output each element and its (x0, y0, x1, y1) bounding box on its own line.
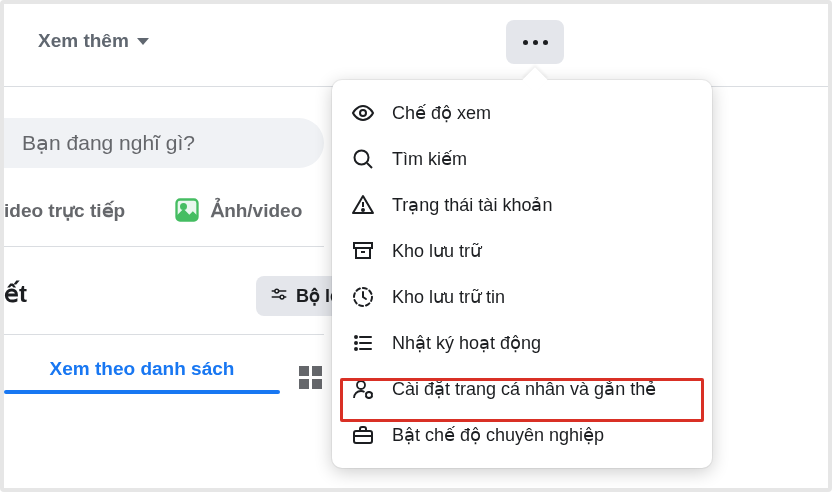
tab-list-label: Xem theo danh sách (50, 358, 235, 379)
grid-icon (299, 366, 322, 389)
archive-icon (350, 238, 376, 264)
menu-item-label: Kho lưu trữ (392, 240, 481, 262)
caret-down-icon (137, 38, 149, 45)
menu-item-archive[interactable]: Kho lưu trữ (332, 228, 712, 274)
menu-item-label: Bật chế độ chuyên nghiệp (392, 424, 604, 446)
ellipsis-icon (523, 40, 548, 45)
composer-placeholder: Bạn đang nghĩ gì? (22, 131, 195, 155)
svg-point-3 (275, 289, 279, 293)
menu-item-profile-tagging-settings[interactable]: Cài đặt trang cá nhân và gắn thẻ (332, 366, 712, 412)
live-video-label: ideo trực tiếp (4, 199, 125, 222)
svg-point-5 (280, 295, 284, 299)
posts-heading: ết (4, 280, 27, 308)
photo-icon (173, 196, 201, 224)
svg-point-10 (362, 209, 364, 211)
svg-point-18 (355, 348, 357, 350)
live-video-button[interactable]: ideo trực tiếp (4, 199, 125, 222)
tab-grid-view[interactable] (280, 348, 340, 389)
divider (4, 246, 324, 247)
svg-point-6 (360, 110, 366, 116)
menu-item-label: Nhật ký hoạt động (392, 332, 541, 354)
view-tabs: Xem theo danh sách (4, 342, 340, 394)
svg-rect-11 (354, 243, 372, 248)
menu-item-activity-log[interactable]: Nhật ký hoạt động (332, 320, 712, 366)
clock-dashed-icon (350, 284, 376, 310)
list-icon (350, 330, 376, 356)
menu-item-account-status[interactable]: Trạng thái tài khoản (332, 182, 712, 228)
menu-item-label: Cài đặt trang cá nhân và gắn thẻ (392, 378, 656, 400)
eye-icon (350, 100, 376, 126)
search-icon (350, 146, 376, 172)
svg-point-20 (357, 381, 365, 389)
status-composer[interactable]: Bạn đang nghĩ gì? (4, 118, 324, 168)
svg-point-14 (355, 336, 357, 338)
menu-item-professional-mode[interactable]: Bật chế độ chuyên nghiệp (332, 412, 712, 458)
see-more-button[interactable]: Xem thêm (38, 30, 149, 52)
menu-item-label: Tìm kiếm (392, 148, 467, 170)
photo-video-button[interactable]: Ảnh/video (173, 196, 302, 224)
menu-item-story-archive[interactable]: Kho lưu trữ tin (332, 274, 712, 320)
menu-item-label: Trạng thái tài khoản (392, 194, 552, 216)
divider (4, 334, 324, 335)
briefcase-icon (350, 422, 376, 448)
menu-item-label: Chế độ xem (392, 102, 491, 124)
svg-line-8 (367, 163, 372, 168)
composer-media-row: ideo trực tiếp Ảnh/video (4, 196, 302, 224)
see-more-label: Xem thêm (38, 30, 129, 52)
svg-point-21 (366, 392, 372, 398)
menu-item-label: Kho lưu trữ tin (392, 286, 505, 308)
sliders-icon (270, 285, 288, 308)
tab-list-view[interactable]: Xem theo danh sách (4, 342, 280, 394)
user-gear-icon (350, 376, 376, 402)
menu-item-view-mode[interactable]: Chế độ xem (332, 90, 712, 136)
svg-point-1 (181, 204, 186, 209)
more-options-menu: Chế độ xem Tìm kiếm Trạng thái tài khoản… (332, 80, 712, 468)
warning-icon (350, 192, 376, 218)
svg-point-7 (355, 151, 369, 165)
more-options-button[interactable] (506, 20, 564, 64)
svg-point-16 (355, 342, 357, 344)
photo-video-label: Ảnh/video (211, 199, 302, 222)
menu-item-search[interactable]: Tìm kiếm (332, 136, 712, 182)
